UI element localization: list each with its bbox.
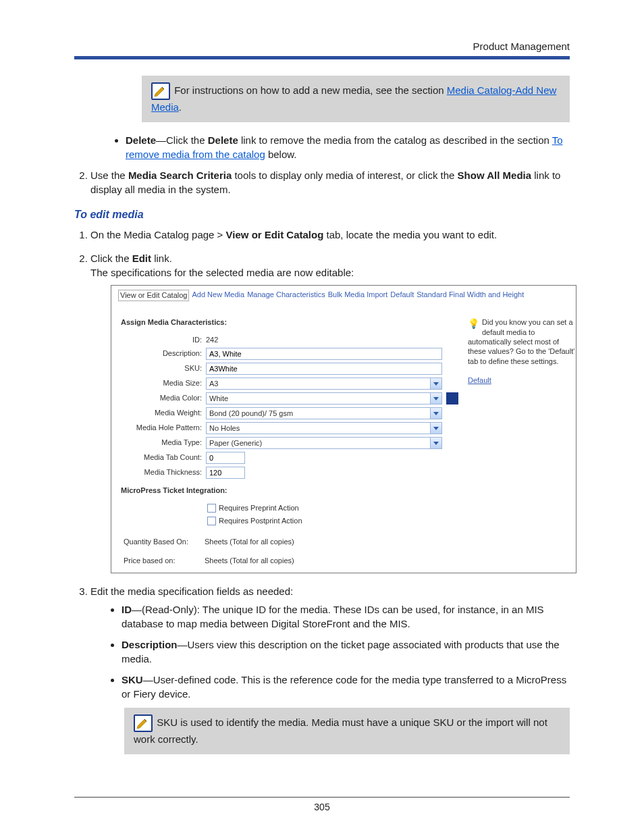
delete-dash: —Click the — [156, 134, 208, 146]
tab-standard-final-wh[interactable]: Standard Final Width and Height — [417, 290, 524, 301]
use-pre: Use the — [90, 170, 128, 181]
field-sku-text: —User-defined code. This is the referenc… — [122, 674, 566, 700]
screenshot-media-edit: View or Edit Catalog Add New Media Manag… — [111, 285, 576, 573]
field-id: ID—(Read-Only): The unique ID for the me… — [122, 602, 570, 631]
note-box-sku: SKU is used to identify the media. Media… — [124, 708, 570, 754]
note2-text: SKU is used to identify the media. Media… — [134, 716, 547, 745]
select-media-weight[interactable]: Bond (20 pound)/ 75 gsm — [206, 407, 442, 419]
field-desc-text: —Users view this description on the tick… — [122, 639, 560, 664]
use-bold1: Media Search Criteria — [128, 170, 232, 181]
checkbox-postprint[interactable] — [207, 517, 216, 525]
select-media-type[interactable]: Paper (Generic) — [206, 437, 442, 449]
input-description[interactable] — [206, 348, 442, 360]
label-media-tab-count: Media Tab Count: — [121, 452, 206, 463]
select-media-hole-value: No Holes — [207, 423, 430, 434]
color-swatch — [446, 392, 458, 405]
edit-step-1: On the Media Catalog page > View or Edit… — [90, 228, 570, 242]
lightbulb-icon: 💡 — [468, 317, 479, 330]
label-media-size: Media Size: — [121, 378, 206, 388]
tip-default-link[interactable]: Default — [468, 376, 491, 384]
s2-line2: The specifications for the selected medi… — [90, 267, 354, 278]
label-media-color: Media Color: — [121, 393, 206, 403]
label-media-weight: Media Weight: — [121, 408, 206, 418]
checkbox-preprint[interactable] — [207, 504, 216, 513]
chevron-down-icon[interactable] — [430, 408, 441, 419]
delete-word: Delete — [208, 134, 238, 146]
heading-to-edit-media: To edit media — [74, 209, 570, 221]
delete-after: link to remove the media from the catalo… — [238, 134, 552, 146]
pencil-note-icon — [134, 714, 153, 732]
label-postprint: Requires Postprint Action — [219, 516, 302, 526]
select-media-color-value: White — [207, 393, 430, 404]
input-sku[interactable] — [206, 363, 442, 375]
note-text-prefix: For instructions on how to add a new med… — [174, 84, 447, 96]
s1-post: tab, locate the media you want to edit. — [323, 229, 497, 240]
select-media-size[interactable]: A3 — [206, 377, 442, 390]
tab-view-edit-catalog[interactable]: View or Edit Catalog — [118, 290, 189, 301]
step-use-media-search: Use the Media Search Criteria tools to d… — [90, 168, 570, 197]
value-id: 242 — [206, 335, 218, 345]
label-media-thickness: Media Thickness: — [121, 467, 206, 477]
s2-post: link. — [151, 253, 172, 264]
label-description: Description: — [121, 348, 206, 359]
field-description: Description—Users view this description … — [122, 637, 570, 666]
footer-rule — [74, 797, 570, 798]
field-id-text: —(Read-Only): The unique ID for the medi… — [122, 604, 544, 629]
tip-text: Did you know you can set a default media… — [468, 318, 574, 365]
tip-default-media: 💡 Did you know you can set a default med… — [468, 317, 576, 385]
use-mid: tools to display only media of interest,… — [232, 170, 457, 181]
select-media-weight-value: Bond (20 pound)/ 75 gsm — [207, 408, 430, 419]
header-rule — [74, 56, 570, 59]
delete-lead: Delete — [126, 134, 156, 146]
pencil-note-icon — [151, 82, 170, 100]
label-preprint: Requires Preprint Action — [219, 503, 299, 513]
label-price-based-on: Price based on: — [124, 556, 205, 566]
page-header-title: Product Management — [74, 41, 570, 52]
value-quantity-based-on: Sheets (Total for all copies) — [205, 537, 294, 547]
select-media-hole-pattern[interactable]: No Holes — [206, 422, 442, 434]
label-id: ID: — [121, 335, 206, 345]
micropress-title: MicroPress Ticket Integration: — [121, 486, 566, 496]
tab-bulk-media-import[interactable]: Bulk Media Import — [328, 290, 388, 301]
label-media-hole-pattern: Media Hole Pattern: — [121, 423, 206, 433]
bullet-delete: Delete—Click the Delete link to remove t… — [126, 133, 570, 161]
chevron-down-icon[interactable] — [430, 378, 441, 389]
s2-pre: Click the — [90, 253, 132, 264]
tab-add-new-media[interactable]: Add New Media — [192, 290, 244, 301]
field-id-name: ID — [122, 604, 132, 615]
field-sku-name: SKU — [122, 674, 143, 685]
select-media-color[interactable]: White — [206, 392, 442, 405]
s3-text: Edit the media specification fields as n… — [90, 585, 293, 597]
input-media-tab-count[interactable] — [206, 452, 245, 464]
select-media-size-value: A3 — [207, 378, 430, 389]
tab-default[interactable]: Default — [390, 290, 414, 301]
label-quantity-based-on: Quantity Based On: — [124, 537, 205, 547]
field-desc-name: Description — [122, 639, 178, 650]
use-bold2: Show All Media — [458, 170, 531, 181]
tab-manage-characteristics[interactable]: Manage Characteristics — [247, 290, 325, 301]
page-number: 305 — [0, 802, 644, 812]
input-media-thickness[interactable] — [206, 467, 245, 479]
select-media-type-value: Paper (Generic) — [207, 438, 430, 448]
edit-step-2: Click the Edit link. The specifications … — [90, 251, 570, 573]
edit-step-3: Edit the media specification fields as n… — [90, 584, 570, 754]
label-media-type: Media Type: — [121, 438, 206, 448]
chevron-down-icon[interactable] — [430, 393, 441, 404]
s1-pre: On the Media Catalog page > — [90, 229, 226, 240]
field-sku: SKU—User-defined code. This is the refer… — [122, 673, 570, 701]
note-text-suffix: . — [179, 101, 182, 113]
chevron-down-icon[interactable] — [430, 438, 441, 448]
s1-bold: View or Edit Catalog — [226, 229, 324, 240]
note-box-add-media: For instructions on how to add a new med… — [142, 76, 570, 122]
label-sku: SKU: — [121, 363, 206, 373]
s2-bold: Edit — [132, 253, 151, 264]
value-price-based-on: Sheets (Total for all copies) — [205, 556, 294, 566]
delete-tail: below. — [265, 149, 297, 160]
chevron-down-icon[interactable] — [430, 423, 441, 434]
